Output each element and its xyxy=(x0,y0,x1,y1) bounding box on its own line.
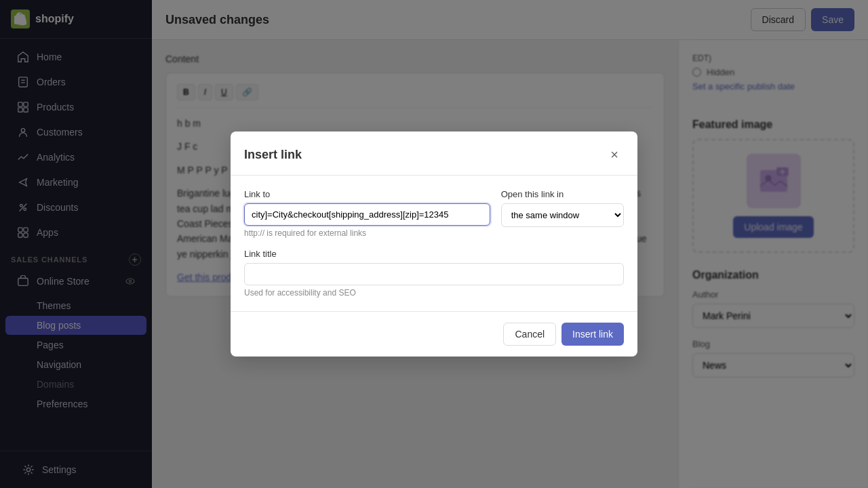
link-to-field: Link to http:// is required for external… xyxy=(244,189,490,238)
link-hint: http:// is required for external links xyxy=(244,228,490,238)
open-in-select[interactable]: the same window a new window xyxy=(501,203,624,227)
link-title-input[interactable] xyxy=(244,263,624,285)
link-title-hint: Used for accessibility and SEO xyxy=(244,288,624,298)
modal-overlay: Insert link × Link to http:// is require… xyxy=(0,0,868,488)
insert-link-modal: Insert link × Link to http:// is require… xyxy=(231,131,637,357)
modal-footer: Cancel Insert link xyxy=(231,311,637,357)
open-in-field: Open this link in the same window a new … xyxy=(501,189,624,238)
link-to-label: Link to xyxy=(244,189,490,199)
modal-link-row: Link to http:// is required for external… xyxy=(244,189,624,238)
link-title-label: Link title xyxy=(244,249,624,259)
modal-header: Insert link × xyxy=(231,131,637,176)
modal-title: Insert link xyxy=(244,148,302,162)
link-title-field: Link title Used for accessibility and SE… xyxy=(244,249,624,298)
link-to-input[interactable] xyxy=(244,203,490,226)
open-in-label: Open this link in xyxy=(501,189,624,199)
modal-close-button[interactable]: × xyxy=(605,145,624,164)
cancel-button[interactable]: Cancel xyxy=(503,323,556,346)
insert-link-button[interactable]: Insert link xyxy=(561,323,624,346)
modal-body: Link to http:// is required for external… xyxy=(231,176,637,311)
